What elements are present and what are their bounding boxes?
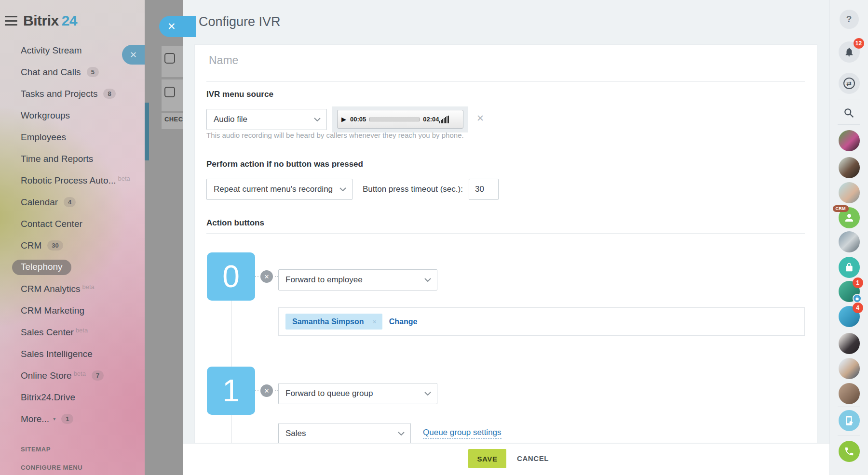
- hamburger-menu-icon[interactable]: [5, 16, 17, 26]
- sidebar-item-time-and-reports[interactable]: Time and Reports: [0, 148, 145, 170]
- divider: [838, 100, 860, 100]
- question-mark-icon: ?: [846, 14, 852, 25]
- cancel-button[interactable]: CANCEL: [517, 449, 549, 468]
- mini-lock-badge: [853, 294, 862, 303]
- remove-row-1-button[interactable]: ✕: [260, 384, 273, 397]
- modal-close-button[interactable]: ✕: [159, 16, 196, 37]
- sidebar-item-bitrix24-drive[interactable]: Bitrix24.Drive: [0, 386, 145, 408]
- sidebar-item-calendar[interactable]: Calendar4: [0, 191, 145, 213]
- bitrix24-logo[interactable]: Bitrix24: [23, 13, 77, 29]
- ivr-digit-button-1[interactable]: 1: [207, 367, 255, 415]
- avatar[interactable]: [839, 358, 860, 379]
- timeout-input[interactable]: [469, 179, 499, 200]
- chat-count-badge: 5: [87, 67, 99, 77]
- mobile-app-button[interactable]: [839, 410, 860, 431]
- more-count-badge: 1: [61, 414, 73, 424]
- ivr-digit-button-0[interactable]: 0: [207, 252, 255, 301]
- avatar[interactable]: [839, 231, 860, 252]
- audio-player-wrapper: ▶ 00:05 02:04: [332, 106, 468, 132]
- queue-group-select[interactable]: Sales: [278, 423, 411, 444]
- dimmed-underlay-panel: CHECK: [145, 0, 183, 475]
- action-select-row-0[interactable]: Forward to employee: [278, 269, 437, 290]
- checkbox[interactable]: [164, 53, 175, 64]
- volume-icon[interactable]: [439, 116, 449, 123]
- logo-brand-text: Bitrix: [23, 13, 59, 28]
- sidebar-item-online-store[interactable]: Online Storebeta7: [0, 365, 145, 386]
- remove-employee-icon[interactable]: ×: [372, 318, 376, 326]
- search-button[interactable]: [839, 103, 860, 124]
- player-progress-bar[interactable]: [369, 118, 420, 121]
- sidebar-item-crm[interactable]: CRM30: [0, 235, 145, 256]
- avatar[interactable]: [839, 130, 860, 151]
- sidebar-item-chat-and-calls[interactable]: Chat and Calls5: [0, 61, 145, 83]
- online-store-count-badge: 7: [92, 370, 104, 381]
- connector-line: [231, 301, 231, 367]
- beta-label: beta: [82, 283, 95, 290]
- notifications-count-badge: 12: [854, 38, 864, 49]
- checkbox[interactable]: [164, 87, 175, 97]
- audio-source-select[interactable]: Audio file: [206, 109, 327, 130]
- close-icon: ✕: [264, 273, 270, 280]
- growth-count-badge: 4: [853, 303, 863, 313]
- crm-user-button[interactable]: CRM: [839, 207, 860, 228]
- avatar[interactable]: [839, 157, 860, 178]
- bell-icon: [844, 47, 854, 57]
- phone-icon: [844, 446, 854, 457]
- logo-row: Bitrix24: [5, 13, 77, 29]
- sidebar-item-sales-center[interactable]: Sales Centerbeta: [0, 321, 145, 343]
- sidebar-item-telephony[interactable]: Telephony: [0, 256, 145, 278]
- player-current-time: 00:05: [350, 116, 366, 123]
- growth-app-button[interactable]: 4: [839, 306, 860, 327]
- close-icon: ✕: [130, 50, 137, 60]
- underlay-blue-sliver: [145, 103, 149, 160]
- avatar[interactable]: [839, 333, 860, 354]
- action-select-row-1[interactable]: Forward to queue group: [278, 383, 437, 404]
- remove-row-0-button[interactable]: ✕: [260, 270, 273, 283]
- call-button[interactable]: [839, 441, 860, 462]
- marketing-app-button[interactable]: 1: [839, 281, 860, 302]
- avatar[interactable]: [839, 182, 860, 203]
- calendar-count-badge: 4: [64, 197, 76, 207]
- smartphone-cloud-icon: [844, 415, 854, 426]
- no-button-action-heading: Perform action if no button was pressed: [206, 159, 363, 169]
- sitemap-link[interactable]: SITEMAP: [21, 446, 51, 453]
- sidebar-item-crm-analytics[interactable]: CRM Analyticsbeta: [0, 278, 145, 300]
- change-employee-link[interactable]: Change: [389, 317, 418, 326]
- sidebar-item-rpa[interactable]: Robotic Process Auto...beta: [0, 170, 145, 191]
- ivr-menu-source-heading: IVR menu source: [206, 90, 273, 99]
- sidebar-item-tasks-and-projects[interactable]: Tasks and Projects8: [0, 83, 145, 105]
- configure-menu-link[interactable]: CONFIGURE MENU: [21, 464, 82, 471]
- help-button[interactable]: ?: [840, 10, 859, 29]
- divider: [206, 233, 805, 234]
- check-all-label[interactable]: CHECK: [164, 116, 183, 123]
- sidebar-item-contact-center[interactable]: Contact Center: [0, 213, 145, 235]
- swap-arrows-icon: ⇄: [843, 78, 855, 89]
- lock-icon: [855, 296, 859, 301]
- sidebar-item-more[interactable]: More...▾1: [0, 408, 145, 430]
- divider: [206, 81, 805, 82]
- player-total-time: 02:04: [423, 116, 439, 123]
- sidebar-item-crm-marketing[interactable]: CRM Marketing: [0, 300, 145, 321]
- remove-audio-button[interactable]: ✕: [476, 113, 484, 124]
- search-icon: [843, 107, 855, 119]
- crm-badge: CRM: [833, 205, 849, 212]
- queue-group-settings-link[interactable]: Queue group settings: [423, 428, 502, 439]
- sidebar-item-employees[interactable]: Employees: [0, 126, 145, 148]
- notifications-button[interactable]: 12: [839, 41, 860, 63]
- save-button[interactable]: SAVE: [468, 449, 506, 468]
- play-icon[interactable]: ▶: [341, 116, 346, 123]
- divider: [838, 124, 860, 125]
- sidebar-nav: Activity Stream Chat and Calls5 Tasks an…: [0, 40, 145, 430]
- no-button-action-select[interactable]: Repeat current menu's recording: [206, 179, 353, 200]
- chevron-down-icon: [398, 432, 405, 435]
- divider: [838, 407, 860, 407]
- crm-count-badge: 30: [47, 240, 63, 251]
- sidebar-item-workgroups[interactable]: Workgroups: [0, 105, 145, 126]
- timeout-label: Button press timeout (sec.):: [363, 179, 463, 200]
- avatar[interactable]: [839, 383, 860, 404]
- employee-tag[interactable]: Samantha Simpson ×: [285, 314, 382, 330]
- ivr-name-input[interactable]: [209, 51, 802, 70]
- locked-item-button[interactable]: [839, 257, 860, 278]
- sidebar-item-sales-intelligence[interactable]: Sales Intelligence: [0, 343, 145, 365]
- messenger-button[interactable]: ⇄: [839, 73, 860, 94]
